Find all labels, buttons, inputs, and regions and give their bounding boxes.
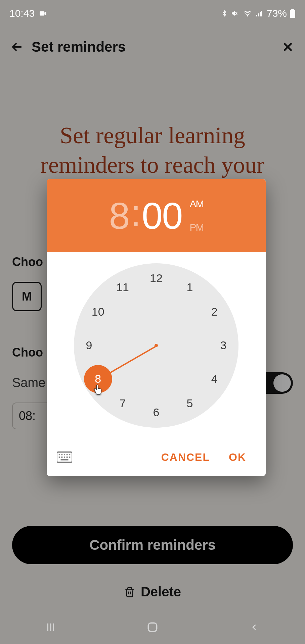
camera-icon (39, 9, 47, 18)
svg-rect-20 (148, 623, 157, 631)
svg-rect-13 (69, 454, 70, 455)
clock-face[interactable]: 121234567891011 (74, 263, 238, 428)
wifi-icon (243, 9, 253, 17)
svg-rect-7 (291, 9, 294, 10)
clock-number-11[interactable]: 11 (115, 279, 130, 295)
home-button[interactable] (142, 617, 163, 637)
svg-rect-14 (59, 457, 60, 458)
selected-hour[interactable]: 8 (109, 194, 129, 237)
recent-apps-button[interactable] (41, 617, 61, 637)
svg-rect-3 (258, 13, 259, 16)
am-selector[interactable]: AM (190, 198, 204, 210)
recent-icon (45, 622, 56, 633)
system-nav-bar (0, 610, 305, 644)
svg-rect-0 (40, 11, 44, 16)
chevron-left-icon (249, 621, 259, 634)
clock-face-container: 121234567891011 (47, 252, 266, 438)
svg-rect-2 (256, 15, 257, 16)
svg-rect-16 (64, 457, 65, 458)
battery-icon (290, 9, 296, 18)
svg-rect-4 (260, 12, 261, 16)
status-battery: 73% (267, 8, 287, 19)
clock-number-9[interactable]: 9 (81, 338, 97, 353)
clock-number-10[interactable]: 10 (90, 304, 106, 320)
svg-rect-17 (67, 457, 68, 458)
keyboard-input-toggle[interactable] (57, 451, 72, 463)
clock-number-3[interactable]: 3 (216, 338, 231, 353)
clock-center-dot (155, 344, 158, 347)
ok-button[interactable]: OK (219, 444, 256, 470)
clock-number-1[interactable]: 1 (182, 279, 198, 295)
svg-point-1 (247, 15, 248, 16)
signal-icon (255, 9, 264, 17)
keyboard-icon (57, 451, 72, 463)
clock-number-5[interactable]: 5 (182, 396, 198, 411)
time-picker-dialog: 8 : 00 AM PM 121234567891011 CANCEL (47, 179, 266, 476)
status-time: 10:43 (9, 8, 35, 19)
svg-rect-18 (69, 457, 70, 458)
clock-number-6[interactable]: 6 (148, 405, 164, 420)
time-display: 8 : 00 AM PM (109, 194, 204, 237)
pm-selector[interactable]: PM (190, 222, 204, 233)
home-icon (146, 621, 159, 634)
svg-rect-6 (290, 10, 295, 18)
svg-rect-12 (67, 454, 68, 455)
svg-rect-5 (261, 11, 262, 16)
svg-rect-10 (61, 454, 62, 455)
time-picker-header: 8 : 00 AM PM (47, 179, 266, 252)
clock-number-4[interactable]: 4 (207, 371, 222, 387)
selected-minute[interactable]: 00 (142, 194, 182, 237)
time-colon: : (131, 192, 140, 235)
dialog-actions: CANCEL OK (47, 438, 266, 476)
clock-number-7[interactable]: 7 (115, 396, 130, 411)
back-nav-button[interactable] (244, 617, 264, 637)
clock-number-2[interactable]: 2 (207, 304, 222, 320)
status-bar: 10:43 73% (0, 0, 305, 27)
cursor-icon (92, 384, 104, 395)
clock-number-12[interactable]: 12 (148, 271, 164, 286)
mute-icon (230, 9, 240, 17)
svg-rect-9 (59, 454, 60, 455)
bluetooth-icon (221, 9, 228, 17)
svg-rect-15 (61, 457, 62, 458)
svg-rect-19 (61, 459, 69, 461)
cancel-button[interactable]: CANCEL (152, 444, 219, 470)
svg-rect-11 (64, 454, 65, 455)
